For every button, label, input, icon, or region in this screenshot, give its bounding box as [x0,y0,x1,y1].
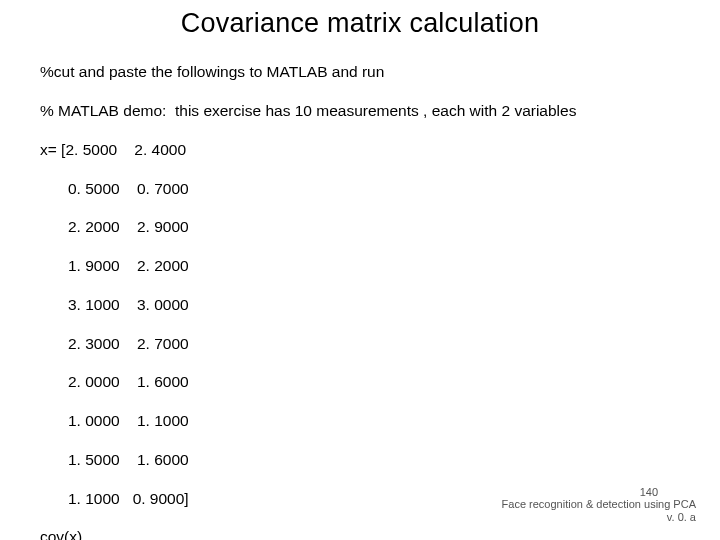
slide-title: Covariance matrix calculation [40,8,680,39]
code-line: 3. 1000 3. 0000 [40,295,680,314]
code-line: 1. 0000 1. 1000 [40,411,680,430]
code-line: 2. 0000 1. 6000 [40,372,680,391]
code-line: % MATLAB demo: this exercise has 10 meas… [40,101,680,120]
footer-line: Face recognition & detection using PCA [502,498,696,511]
code-line: 1. 9000 2. 2000 [40,256,680,275]
code-line: cov(x) [40,527,680,540]
page-number: 140 [640,486,658,498]
code-line: x= [2. 5000 2. 4000 [40,140,680,159]
code-line: 1. 5000 1. 6000 [40,450,680,469]
slide: Covariance matrix calculation %cut and p… [0,0,720,540]
code-line: 0. 5000 0. 7000 [40,179,680,198]
code-line: %cut and paste the followings to MATLAB … [40,62,680,81]
footer-line: v. 0. a [502,511,696,524]
code-line: 2. 2000 2. 9000 [40,217,680,236]
code-line: 2. 3000 2. 7000 [40,334,680,353]
slide-body: %cut and paste the followings to MATLAB … [40,43,680,540]
footer: Face recognition & detection using PCA v… [502,498,696,524]
